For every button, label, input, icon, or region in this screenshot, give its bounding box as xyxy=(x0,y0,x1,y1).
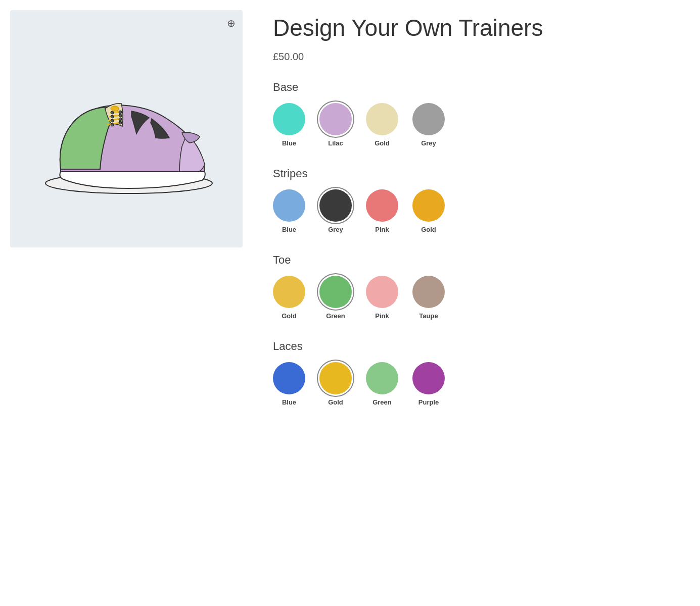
color-circle-stripes-grey xyxy=(319,189,352,222)
svg-point-6 xyxy=(111,111,114,114)
color-name-laces-blue: Blue xyxy=(282,398,296,406)
product-price: £50.00 xyxy=(273,51,690,63)
color-circle-laces-green xyxy=(366,362,398,394)
color-name-laces-purple: Purple xyxy=(418,398,439,406)
color-name-stripes-grey: Grey xyxy=(328,226,343,233)
svg-point-13 xyxy=(119,121,122,124)
color-name-base-gold: Gold xyxy=(375,139,390,147)
color-name-toe-green: Green xyxy=(326,312,345,320)
section-laces: LacesBlueGoldGreenPurple xyxy=(273,340,690,406)
color-option-toe-taupe[interactable]: Taupe xyxy=(412,276,445,320)
color-circle-stripes-pink xyxy=(366,189,398,222)
color-option-base-gold[interactable]: Gold xyxy=(366,103,398,147)
section-label-stripes: Stripes xyxy=(273,167,690,180)
svg-point-7 xyxy=(111,115,114,118)
color-name-base-grey: Grey xyxy=(421,139,436,147)
color-option-stripes-pink[interactable]: Pink xyxy=(366,189,398,233)
product-panel: Design Your Own Trainers £50.00 BaseBlue… xyxy=(273,10,690,596)
product-title: Design Your Own Trainers xyxy=(273,15,690,41)
color-circle-toe-pink xyxy=(366,276,398,308)
svg-point-9 xyxy=(111,123,114,126)
color-option-laces-purple[interactable]: Purple xyxy=(412,362,445,406)
color-name-base-blue: Blue xyxy=(282,139,296,147)
color-options-laces: BlueGoldGreenPurple xyxy=(273,362,690,406)
color-option-laces-green[interactable]: Green xyxy=(366,362,398,406)
color-circle-laces-purple xyxy=(412,362,445,394)
color-option-toe-green[interactable]: Green xyxy=(319,276,352,320)
svg-point-11 xyxy=(119,114,122,117)
product-image-panel: ⊕ xyxy=(10,10,243,247)
color-name-laces-green: Green xyxy=(372,398,392,406)
shoe-illustration xyxy=(30,58,222,199)
color-circle-stripes-gold xyxy=(412,189,445,222)
color-name-stripes-gold: Gold xyxy=(421,226,436,233)
color-name-toe-gold: Gold xyxy=(282,312,297,320)
color-circle-base-grey xyxy=(412,103,445,135)
color-circle-toe-taupe xyxy=(412,276,445,308)
color-circle-base-blue xyxy=(273,103,305,135)
color-option-base-blue[interactable]: Blue xyxy=(273,103,305,147)
color-name-toe-pink: Pink xyxy=(375,312,389,320)
color-option-laces-gold[interactable]: Gold xyxy=(319,362,352,406)
color-option-stripes-gold[interactable]: Gold xyxy=(412,189,445,233)
color-circle-stripes-blue xyxy=(273,189,305,222)
color-option-toe-gold[interactable]: Gold xyxy=(273,276,305,320)
color-options-stripes: BlueGreyPinkGold xyxy=(273,189,690,233)
section-base: BaseBlueLilacGoldGrey xyxy=(273,81,690,147)
svg-point-5 xyxy=(111,106,119,111)
sections-container: BaseBlueLilacGoldGreyStripesBlueGreyPink… xyxy=(273,81,690,406)
color-options-toe: GoldGreenPinkTaupe xyxy=(273,276,690,320)
color-circle-laces-blue xyxy=(273,362,305,394)
color-circle-toe-green xyxy=(319,276,352,308)
page-container: ⊕ xyxy=(0,0,700,606)
section-stripes: StripesBlueGreyPinkGold xyxy=(273,167,690,233)
svg-point-8 xyxy=(111,119,114,122)
color-circle-base-gold xyxy=(366,103,398,135)
color-name-laces-gold: Gold xyxy=(328,398,343,406)
color-circle-toe-gold xyxy=(273,276,305,308)
color-option-toe-pink[interactable]: Pink xyxy=(366,276,398,320)
color-name-stripes-blue: Blue xyxy=(282,226,296,233)
color-option-base-grey[interactable]: Grey xyxy=(412,103,445,147)
section-toe: ToeGoldGreenPinkTaupe xyxy=(273,254,690,320)
section-label-toe: Toe xyxy=(273,254,690,267)
color-circle-base-lilac xyxy=(319,103,352,135)
color-option-stripes-grey[interactable]: Grey xyxy=(319,189,352,233)
color-option-base-lilac[interactable]: Lilac xyxy=(319,103,352,147)
section-label-laces: Laces xyxy=(273,340,690,353)
svg-point-12 xyxy=(119,118,122,121)
section-label-base: Base xyxy=(273,81,690,94)
color-name-stripes-pink: Pink xyxy=(375,226,389,233)
color-options-base: BlueLilacGoldGrey xyxy=(273,103,690,147)
color-option-laces-blue[interactable]: Blue xyxy=(273,362,305,406)
zoom-icon[interactable]: ⊕ xyxy=(227,17,236,29)
color-option-stripes-blue[interactable]: Blue xyxy=(273,189,305,233)
color-name-toe-taupe: Taupe xyxy=(419,312,438,320)
color-name-base-lilac: Lilac xyxy=(328,139,343,147)
color-circle-laces-gold xyxy=(319,362,352,394)
svg-point-10 xyxy=(119,111,122,114)
